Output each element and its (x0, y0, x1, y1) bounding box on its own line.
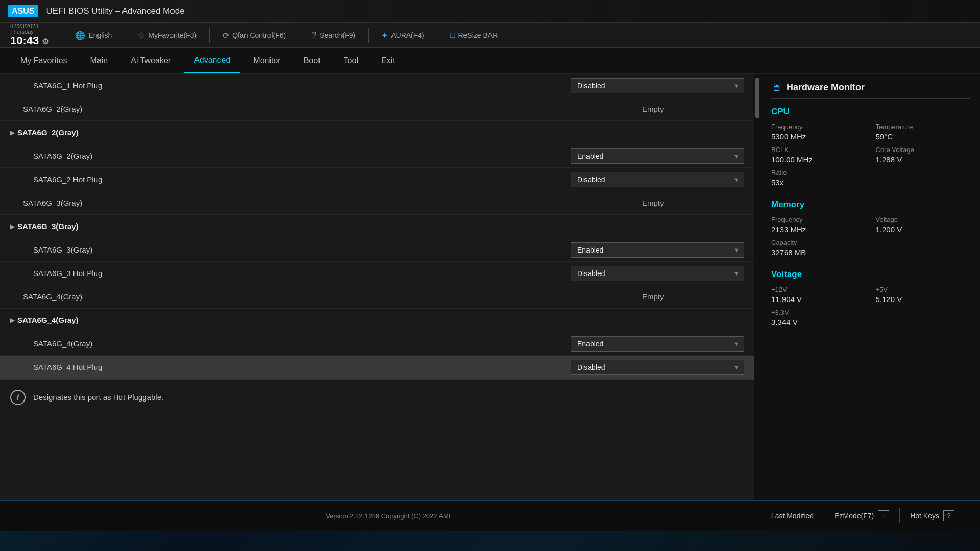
sata2-enable-dropdown[interactable]: Enabled Disabled (571, 148, 744, 164)
resize-icon: □ (450, 31, 455, 40)
hw-v5-label: +5V (876, 286, 970, 293)
sata3-hotplug-dropdown[interactable]: Disabled Enabled (571, 266, 744, 281)
hw-v33-label: +3.3V (771, 309, 866, 316)
expand-arrow-sata3: ▶ (10, 223, 15, 230)
hw-mem-frequency: Frequency 2133 MHz (771, 216, 866, 234)
sata4-status-value: Empty (642, 292, 744, 301)
hw-mem-freq-label: Frequency (771, 216, 866, 223)
toolbar-qfan[interactable]: ⟳ Qfan Control(F6) (223, 31, 286, 40)
hw-voltage-grid: +12V 11.904 V +5V 5.120 V +3.3V 3.344 V (771, 286, 970, 327)
sata2-hotplug-dropdown[interactable]: Disabled Enabled (571, 172, 744, 187)
hw-v33: +3.3V 3.344 V (771, 309, 866, 327)
hw-mem-voltage: Voltage 1.200 V (876, 216, 970, 234)
toolbar-aura[interactable]: ✦ AURA(F4) (381, 31, 424, 40)
sata3-status-label: SATA6G_3(Gray) (10, 198, 642, 207)
toolbar-myfavorite[interactable]: ☆ MyFavorite(F3) (138, 31, 197, 40)
hw-divider-1 (771, 193, 970, 193)
setting-row-sata3-section[interactable]: ▶ SATA6G_3(Gray) (0, 215, 754, 238)
search-icon: ? (312, 31, 316, 40)
hw-v5: +5V 5.120 V (876, 286, 970, 304)
hw-monitor-header: 🖥 Hardware Monitor (771, 82, 970, 99)
hw-cpu-temp-label: Temperature (876, 123, 970, 131)
sata3-enable-label: SATA6G_3(Gray) (10, 245, 571, 254)
setting-row-sata3-enable: SATA6G_3(Gray) Enabled Disabled (0, 238, 754, 262)
setting-row-sata2-hotplug: SATA6G_2 Hot Plug Disabled Enabled (0, 168, 754, 191)
last-modified-button[interactable]: Last Modified (761, 506, 824, 525)
toolbar: 02/23/2023 Thursday 10:43 ⚙ 🌐 English ☆ … (0, 23, 980, 48)
nav-advanced[interactable]: Advanced (184, 48, 240, 73)
toolbar-divider-2 (125, 28, 125, 43)
bios-title: UEFI BIOS Utility – Advanced Mode (46, 6, 184, 16)
sata4-enable-dropdown-wrapper: Enabled Disabled (571, 336, 744, 352)
toolbar-language[interactable]: 🌐 English (75, 31, 112, 40)
hw-memory-section: Memory (771, 199, 970, 210)
sata3-status-value: Empty (642, 198, 744, 207)
footer: Version 2.22.1286 Copyright (C) 2022 AMI… (0, 500, 980, 531)
nav-aitweaker[interactable]: Ai Tweaker (120, 48, 181, 73)
toolbar-divider-3 (209, 28, 210, 43)
fan-icon: ⟳ (223, 31, 229, 40)
toolbar-divider-1 (62, 28, 62, 43)
setting-row-sata3-hotplug: SATA6G_3 Hot Plug Disabled Enabled (0, 262, 754, 285)
hw-v12: +12V 11.904 V (771, 286, 866, 304)
nav-myfavorites[interactable]: My Favorites (10, 48, 78, 73)
settings-icon[interactable]: ⚙ (42, 37, 49, 46)
hw-cpu-ratio-value: 53x (771, 178, 866, 187)
hw-cpu-frequency: Frequency 5300 MHz (771, 123, 866, 141)
hw-mem-freq-value: 2133 MHz (771, 225, 866, 234)
info-text: Designates this port as Hot Pluggable. (33, 393, 163, 402)
hw-cpu-freq-value: 5300 MHz (771, 132, 866, 141)
setting-row-sata3-status: SATA6G_3(Gray) Empty (0, 191, 754, 215)
nav-tool[interactable]: Tool (333, 48, 369, 73)
hw-cpu-section: CPU (771, 107, 970, 117)
hw-cpu-bclk-value: 100.00 MHz (771, 155, 866, 164)
hw-monitor-title: Hardware Monitor (787, 82, 865, 93)
hw-v12-value: 11.904 V (771, 295, 866, 304)
hw-mem-volt-label: Voltage (876, 216, 970, 223)
nav-exit[interactable]: Exit (371, 48, 405, 73)
scrollbar-thumb[interactable] (755, 78, 760, 118)
sata3-enable-dropdown[interactable]: Enabled Disabled (571, 242, 744, 258)
hw-cpu-grid: Frequency 5300 MHz Temperature 59°C BCLK… (771, 123, 970, 187)
nav-boot[interactable]: Boot (293, 48, 331, 73)
expand-arrow-sata4: ▶ (10, 317, 15, 324)
sata3-hotplug-dropdown-wrapper: Disabled Enabled (571, 266, 744, 281)
hw-cpu-ratio-label: Ratio (771, 169, 866, 177)
hw-cpu-ratio: Ratio 53x (771, 169, 866, 187)
hw-cpu-bclk: BCLK 100.00 MHz (771, 146, 866, 164)
hw-v12-label: +12V (771, 286, 866, 293)
setting-row-sata1-hotplug: SATA6G_1 Hot Plug Disabled Enabled (0, 74, 754, 97)
hardware-monitor-panel: 🖥 Hardware Monitor CPU Frequency 5300 MH… (761, 74, 980, 500)
ezmode-icon: → (878, 510, 889, 521)
setting-row-sata4-enable: SATA6G_4(Gray) Enabled Disabled (0, 332, 754, 356)
sata4-status-label: SATA6G_4(Gray) (10, 292, 642, 301)
scrollbar[interactable] (754, 74, 761, 500)
hw-mem-cap-value: 32768 MB (771, 248, 866, 257)
hw-cpu-temperature: Temperature 59°C (876, 123, 970, 141)
setting-row-sata2-section[interactable]: ▶ SATA6G_2(Gray) (0, 121, 754, 144)
ez-mode-button[interactable]: EzMode(F7) → (824, 506, 899, 525)
header: ASUS UEFI BIOS Utility – Advanced Mode (0, 0, 980, 23)
sata4-hotplug-dropdown[interactable]: Disabled Enabled (571, 360, 744, 375)
nav-menu: My Favorites Main Ai Tweaker Advanced Mo… (0, 48, 980, 74)
hw-cpu-cv-value: 1.288 V (876, 155, 970, 164)
sata4-enable-dropdown[interactable]: Enabled Disabled (571, 336, 744, 352)
hw-cpu-freq-label: Frequency (771, 123, 866, 131)
setting-row-sata4-section[interactable]: ▶ SATA6G_4(Gray) (0, 309, 754, 332)
hw-cpu-bclk-label: BCLK (771, 146, 866, 154)
hw-voltage-section: Voltage (771, 269, 970, 280)
sata4-hotplug-label: SATA6G_4 Hot Plug (10, 363, 571, 371)
toolbar-divider-4 (299, 28, 299, 43)
toolbar-divider-6 (437, 28, 437, 43)
toolbar-divider-5 (368, 28, 369, 43)
hw-memory-grid: Frequency 2133 MHz Voltage 1.200 V Capac… (771, 216, 970, 257)
hot-keys-button[interactable]: Hot Keys ? (900, 506, 965, 525)
toolbar-search[interactable]: ? Search(F9) (312, 31, 355, 40)
hw-cpu-corevoltage: Core Voltage 1.288 V (876, 146, 970, 164)
hw-divider-2 (771, 263, 970, 263)
hw-mem-cap-label: Capacity (771, 239, 866, 246)
nav-monitor[interactable]: Monitor (243, 48, 290, 73)
sata1-hotplug-dropdown[interactable]: Disabled Enabled (571, 78, 744, 93)
toolbar-resizebar[interactable]: □ ReSize BAR (450, 31, 498, 40)
nav-main[interactable]: Main (80, 48, 118, 73)
